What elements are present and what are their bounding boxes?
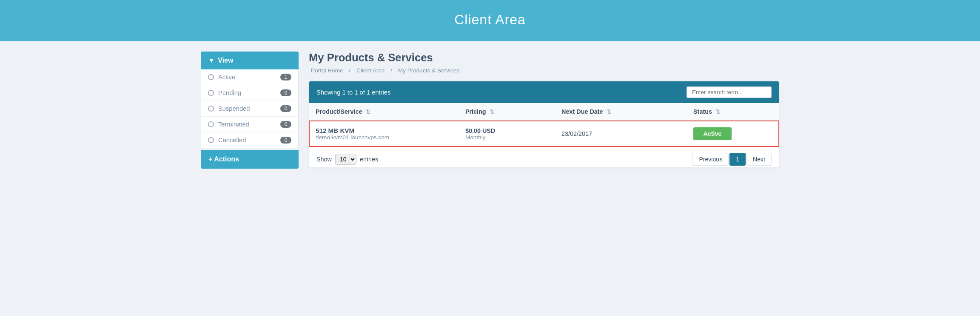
page-header: Client Area [0,0,980,41]
actions-button[interactable]: + Actions [201,150,299,169]
filter-left: Cancelled [208,137,246,144]
sidebar-filters: Active 1 Pending 0 Suspended 0 Terminate… [201,69,299,148]
filter-badge: 1 [280,74,291,80]
breadcrumb-separator: / [348,67,352,74]
filter-item-suspended[interactable]: Suspended 0 [201,101,298,117]
filter-label: Cancelled [218,137,246,144]
breadcrumb: Portal Home / Client Area / My Products … [309,67,779,74]
filter-item-active[interactable]: Active 1 [201,69,298,85]
radio-circle [208,121,214,127]
radio-circle [208,106,214,112]
sort-icon-product[interactable]: ⇅ [366,109,370,115]
filter-left: Pending [208,89,241,96]
main-layout: ▼ View Active 1 Pending 0 Suspended 0 Te… [192,41,788,181]
show-label: Show [316,156,332,163]
breadcrumb-separator: / [389,67,393,74]
radio-circle [208,74,214,80]
col-product: Product/Service ⇅ [309,103,433,121]
status-badge: Active [693,127,732,140]
table-body: 512 MB KVM demo-kvm01.launchvps.com $0.0… [309,121,779,147]
filter-icon: ▼ [208,57,214,64]
pagination: Previous 1 Next [692,153,772,166]
col-due-date: Next Due Date ⇅ [555,103,663,121]
showing-text: Showing 1 to 1 of 1 entries [316,89,390,96]
col-due-date-sort [663,103,687,121]
filter-left: Terminated [208,121,249,128]
col-status: Status ⇅ [687,103,756,121]
radio-circle [208,137,214,143]
table-footer: Show 10 25 50 entries Previous 1 Next [309,147,779,167]
pricing-amount: $0.00 USD [465,127,548,134]
next-button[interactable]: Next [746,153,772,166]
table-row[interactable]: 512 MB KVM demo-kvm01.launchvps.com $0.0… [309,121,779,147]
previous-button[interactable]: Previous [692,153,729,166]
page-title: My Products & Services [309,52,779,64]
pricing-period: Monthly [465,134,548,141]
entries-select[interactable]: 10 25 50 [335,154,356,165]
filter-label: Terminated [218,121,249,128]
pricing-cell: $0.00 USD Monthly [459,121,555,147]
search-input[interactable] [687,86,772,98]
sort-icon-pricing[interactable]: ⇅ [490,109,494,115]
filter-item-terminated[interactable]: Terminated 0 [201,117,298,132]
filter-label: Pending [218,89,241,96]
product-cell: 512 MB KVM demo-kvm01.launchvps.com [309,121,459,147]
col-product-sort [433,103,458,121]
filter-label: Suspended [218,105,250,112]
sidebar-view-header: ▼ View [201,52,299,69]
product-name: 512 MB KVM [316,127,452,134]
page-1-button[interactable]: 1 [729,153,746,166]
sort-icon-due-date[interactable]: ⇅ [607,109,611,115]
product-domain: demo-kvm01.launchvps.com [316,134,452,141]
breadcrumb-item[interactable]: Portal Home [311,67,343,74]
status-cell: Active [687,121,779,147]
col-status-sort [756,103,779,121]
due-date-cell: 23/02/2017 [555,121,687,147]
breadcrumb-item: My Products & Services [398,67,459,74]
sidebar-view-label: View [218,57,233,64]
radio-circle [208,90,214,96]
filter-badge: 0 [280,121,291,128]
col-pricing: Pricing ⇅ [459,103,531,121]
filter-left: Active [208,74,235,80]
filter-left: Suspended [208,105,250,112]
sidebar: ▼ View Active 1 Pending 0 Suspended 0 Te… [201,52,299,169]
content-area: My Products & Services Portal Home / Cli… [309,52,779,169]
filter-label: Active [218,74,235,80]
products-table-container: Showing 1 to 1 of 1 entries Product/Serv… [309,81,779,167]
show-entries: Show 10 25 50 entries [316,154,378,165]
filter-item-pending[interactable]: Pending 0 [201,85,298,101]
actions-label: + Actions [208,155,239,163]
table-header-bar: Showing 1 to 1 of 1 entries [309,81,779,103]
col-pricing-sort [531,103,555,121]
products-table: Product/Service ⇅ Pricing ⇅ Next Due Dat… [309,103,779,147]
filter-badge: 0 [280,137,291,144]
filter-badge: 0 [280,105,291,112]
header-title: Client Area [0,12,980,28]
entries-label: entries [360,156,378,163]
sort-icon-status[interactable]: ⇅ [715,109,720,115]
table-head: Product/Service ⇅ Pricing ⇅ Next Due Dat… [309,103,779,121]
filter-badge: 0 [280,89,291,96]
breadcrumb-item[interactable]: Client Area [356,67,385,74]
filter-item-cancelled[interactable]: Cancelled 0 [201,132,298,148]
table-header-row: Product/Service ⇅ Pricing ⇅ Next Due Dat… [309,103,779,121]
